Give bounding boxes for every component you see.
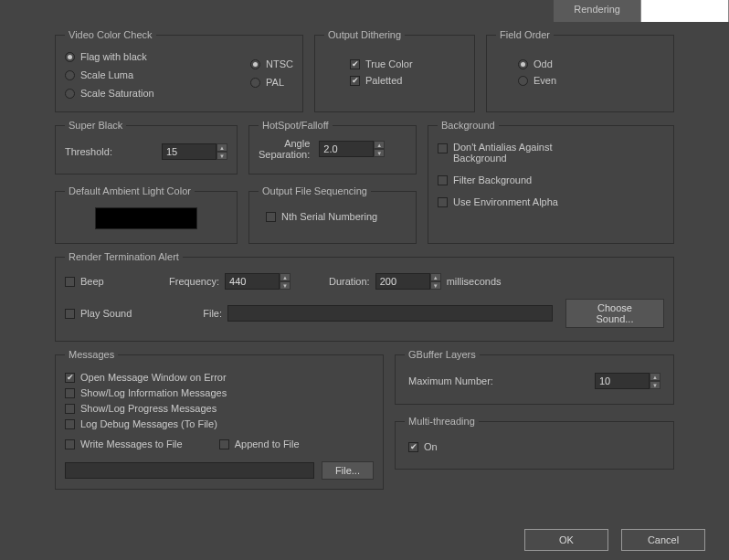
check-label: Play Sound bbox=[80, 308, 132, 319]
frequency-spinner[interactable]: ▲▼ bbox=[225, 273, 291, 290]
spin-down-icon[interactable]: ▼ bbox=[650, 381, 660, 389]
radio-label: Scale Saturation bbox=[80, 88, 154, 99]
group-hotspot-falloff: HotSpot/Falloff Angle Separation: ▲▼ bbox=[248, 120, 417, 174]
tab-rendering[interactable]: Rendering bbox=[554, 0, 641, 22]
check-open-message-window[interactable]: Open Message Window on Error bbox=[65, 372, 374, 383]
legend-gb: GBuffer Layers bbox=[405, 349, 480, 360]
check-filter-background[interactable]: Filter Background bbox=[438, 174, 664, 185]
spin-down-icon[interactable]: ▼ bbox=[280, 281, 291, 290]
radio-even[interactable]: Even bbox=[518, 75, 664, 86]
radio-label: NTSC bbox=[266, 58, 293, 69]
legend-hf: HotSpot/Falloff bbox=[259, 120, 333, 131]
group-default-ambient-light-color: Default Ambient Light Color bbox=[55, 185, 238, 244]
radio-label: Scale Luma bbox=[80, 69, 133, 80]
check-label: Append to File bbox=[235, 438, 300, 449]
choose-sound-button[interactable]: Choose Sound... bbox=[565, 299, 664, 328]
legend-mt: Multi-threading bbox=[405, 416, 479, 427]
legend-dalc: Default Ambient Light Color bbox=[65, 185, 195, 196]
messages-file-input[interactable] bbox=[65, 462, 314, 479]
legend-sb: Super Black bbox=[65, 120, 126, 131]
spin-down-icon[interactable]: ▼ bbox=[217, 152, 227, 160]
legend-bg: Background bbox=[438, 120, 499, 131]
group-field-order: Field Order Odd Even bbox=[486, 29, 674, 112]
spin-up-icon[interactable]: ▲ bbox=[430, 273, 441, 281]
check-icon bbox=[65, 404, 75, 414]
legend-od: Output Dithering bbox=[324, 29, 405, 40]
angle-label: Angle bbox=[259, 138, 310, 149]
max-number-input[interactable] bbox=[595, 373, 650, 389]
check-show-progress[interactable]: Show/Log Progress Messages bbox=[65, 403, 374, 414]
duration-label: Duration: bbox=[329, 276, 370, 287]
legend-ofs: Output File Sequencing bbox=[259, 185, 371, 196]
check-label: Show/Log Progress Messages bbox=[80, 403, 217, 414]
spin-up-icon[interactable]: ▲ bbox=[217, 143, 227, 152]
ambient-color-swatch[interactable] bbox=[95, 207, 197, 229]
spin-up-icon[interactable]: ▲ bbox=[374, 141, 385, 149]
separation-label: Separation: bbox=[259, 149, 310, 160]
check-show-info[interactable]: Show/Log Information Messages bbox=[65, 387, 374, 398]
check-write-messages[interactable]: Write Messages to File bbox=[65, 438, 183, 449]
group-output-file-sequencing: Output File Sequencing Nth Serial Number… bbox=[248, 185, 417, 244]
group-gbuffer-layers: GBuffer Layers Maximum Number: ▲▼ bbox=[395, 349, 674, 405]
tab-blank[interactable] bbox=[641, 0, 729, 22]
check-play-sound[interactable]: Play Sound bbox=[65, 308, 132, 319]
check-icon bbox=[350, 76, 360, 86]
check-dont-antialias[interactable]: Don't Antialias Against Background bbox=[438, 142, 664, 164]
check-icon bbox=[438, 175, 448, 185]
check-icon bbox=[65, 419, 75, 429]
check-label: Don't Antialias Against Background bbox=[453, 142, 590, 164]
duration-input[interactable] bbox=[375, 273, 430, 290]
radio-icon bbox=[518, 76, 528, 86]
check-icon bbox=[65, 309, 75, 319]
radio-odd[interactable]: Odd bbox=[518, 58, 664, 69]
angle-separation-spinner[interactable]: ▲▼ bbox=[319, 141, 385, 157]
check-label: Beep bbox=[80, 276, 104, 287]
check-paletted[interactable]: Paletted bbox=[350, 75, 465, 86]
radio-scale-luma[interactable]: Scale Luma bbox=[65, 69, 154, 80]
group-messages: Messages Open Message Window on Error Sh… bbox=[55, 349, 384, 490]
check-multithread-on[interactable]: On bbox=[408, 441, 660, 452]
frequency-input[interactable] bbox=[225, 273, 280, 290]
spin-up-icon[interactable]: ▲ bbox=[280, 273, 291, 281]
threshold-input[interactable] bbox=[162, 143, 217, 160]
group-video-color-check: Video Color Check Flag with black Scale … bbox=[55, 29, 303, 112]
check-icon bbox=[438, 143, 448, 153]
angle-separation-input[interactable] bbox=[319, 141, 374, 157]
radio-icon bbox=[65, 52, 75, 62]
check-label: Log Debug Messages (To File) bbox=[80, 418, 217, 429]
check-label: Open Message Window on Error bbox=[80, 372, 227, 383]
radio-icon bbox=[250, 78, 260, 88]
max-number-spinner[interactable]: ▲▼ bbox=[595, 373, 660, 389]
spin-down-icon[interactable]: ▼ bbox=[430, 281, 441, 290]
check-append-to-file[interactable]: Append to File bbox=[219, 438, 300, 449]
radio-flag-with-black[interactable]: Flag with black bbox=[65, 51, 154, 62]
check-use-env-alpha[interactable]: Use Environment Alpha bbox=[438, 196, 664, 207]
check-true-color[interactable]: True Color bbox=[350, 58, 465, 69]
spin-down-icon[interactable]: ▼ bbox=[374, 149, 385, 157]
check-nth-serial[interactable]: Nth Serial Numbering bbox=[266, 211, 407, 222]
radio-label: PAL bbox=[266, 77, 284, 88]
cancel-button[interactable]: Cancel bbox=[621, 529, 705, 551]
check-icon bbox=[266, 212, 276, 222]
messages-file-button[interactable]: File... bbox=[322, 461, 374, 480]
radio-ntsc[interactable]: NTSC bbox=[250, 58, 293, 69]
threshold-label: Threshold: bbox=[65, 146, 112, 157]
radio-label: Even bbox=[534, 75, 556, 86]
spin-up-icon[interactable]: ▲ bbox=[650, 373, 660, 381]
check-beep[interactable]: Beep bbox=[65, 276, 104, 287]
radio-label: Flag with black bbox=[80, 51, 147, 62]
threshold-spinner[interactable]: ▲▼ bbox=[162, 143, 227, 160]
check-icon bbox=[65, 277, 75, 287]
ok-button[interactable]: OK bbox=[524, 529, 608, 551]
duration-spinner[interactable]: ▲▼ bbox=[375, 273, 441, 290]
check-label: True Color bbox=[365, 58, 413, 69]
radio-icon bbox=[65, 70, 75, 80]
max-number-label: Maximum Number: bbox=[408, 375, 493, 386]
radio-pal[interactable]: PAL bbox=[250, 77, 293, 88]
check-label: Filter Background bbox=[453, 174, 532, 185]
sound-file-input[interactable] bbox=[227, 305, 553, 322]
group-super-black: Super Black Threshold: ▲▼ bbox=[55, 120, 238, 174]
radio-scale-saturation[interactable]: Scale Saturation bbox=[65, 88, 154, 99]
check-log-debug[interactable]: Log Debug Messages (To File) bbox=[65, 418, 374, 429]
check-icon bbox=[65, 388, 75, 398]
